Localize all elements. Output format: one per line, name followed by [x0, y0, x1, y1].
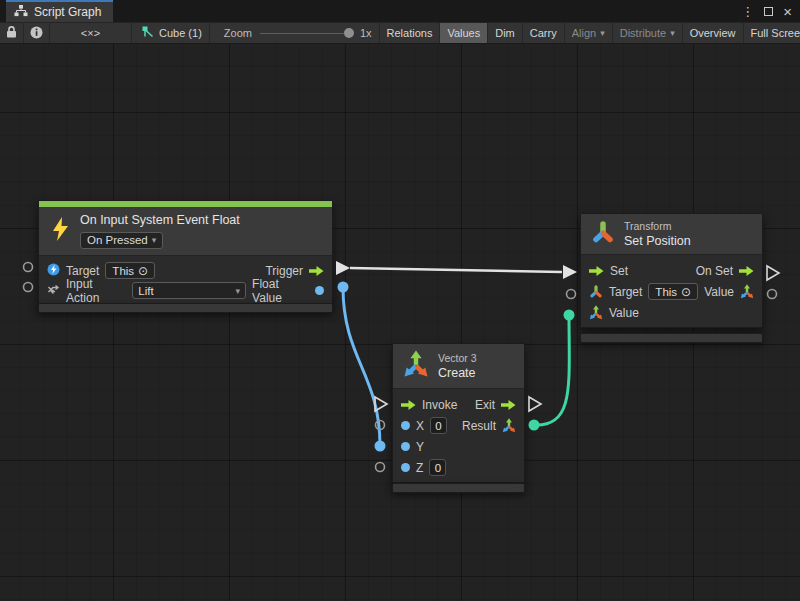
node-title: On Input System Event Float	[80, 213, 240, 227]
value-input-label: Value	[609, 306, 639, 320]
tab-title: Script Graph	[34, 5, 101, 19]
zoom-value: 1x	[360, 27, 372, 39]
node-header: On Input System Event Float On Pressed ▾	[39, 207, 332, 255]
x-value-field[interactable]: 0	[430, 417, 447, 434]
toolbar-button-overview[interactable]: Overview	[683, 23, 744, 43]
wire-floatvalue-to-y	[343, 287, 380, 446]
toolbar-button-fullscreen[interactable]: Full Screen	[744, 23, 800, 43]
value-output-port[interactable]	[768, 290, 777, 299]
invoke-input-port[interactable]	[375, 397, 387, 411]
x-port-dot	[401, 421, 410, 430]
graph-toolbar: <×> Cube (1) Zoom 1x Relations Values Di…	[0, 22, 800, 44]
chevron-down-icon: ▾	[670, 28, 675, 38]
vector3-icon	[502, 418, 516, 433]
value-output-label: Value	[704, 285, 734, 299]
y-input-port[interactable]	[375, 441, 386, 452]
zoom-control: Zoom 1x	[210, 23, 379, 43]
graph-owner-breadcrumb[interactable]: Cube (1)	[132, 23, 210, 43]
event-mode-dropdown[interactable]: On Pressed ▾	[80, 232, 163, 249]
target-input-port[interactable]	[24, 263, 33, 272]
lock-button[interactable]	[0, 23, 24, 43]
flow-arrow-icon	[309, 266, 324, 276]
node-title: Set Position	[624, 234, 691, 248]
x-port-label: X	[416, 419, 424, 433]
target-picker-icon: ⊙	[681, 285, 691, 299]
float-value-port-label: Float Value	[252, 277, 309, 305]
trigger-port-label: Trigger	[265, 264, 303, 278]
window-tab-bar: Script Graph ⋮ ×	[0, 0, 800, 22]
kebab-menu-icon[interactable]: ⋮	[741, 5, 754, 18]
exit-output-port[interactable]	[529, 397, 541, 411]
set-input-arrowhead	[563, 265, 577, 279]
x-input-port[interactable]	[376, 421, 385, 430]
vector3-icon	[589, 305, 603, 320]
toolbar-button-align[interactable]: Align▾	[565, 23, 613, 43]
on-set-output-port[interactable]	[767, 266, 779, 280]
node-on-input-system-event-float[interactable]: On Input System Event Float On Pressed ▾…	[38, 200, 333, 306]
vector3-icon	[740, 284, 754, 299]
node-type-label: Vector 3	[438, 352, 477, 364]
zoom-to-fit-icon: <×>	[81, 27, 100, 39]
invoke-port-label: Invoke	[422, 398, 457, 412]
z-value-field[interactable]: 0	[429, 459, 446, 476]
transform-icon	[589, 284, 603, 299]
float-value-output-port[interactable]	[338, 282, 349, 293]
lock-icon	[6, 26, 17, 40]
value-input-port[interactable]	[564, 310, 575, 321]
node-type-label: Transform	[624, 220, 691, 232]
wire-trigger-to-set	[350, 268, 562, 272]
zoom-slider[interactable]	[260, 33, 352, 34]
toolbar-button-relations[interactable]: Relations	[380, 23, 441, 43]
z-input-port[interactable]	[376, 463, 385, 472]
node-header: Transform Set Position	[581, 214, 762, 254]
z-port-dot	[401, 463, 410, 472]
flow-arrow-icon	[401, 400, 416, 410]
chevron-down-icon: ▾	[236, 286, 241, 296]
graph-canvas[interactable]: On Input System Event Float On Pressed ▾…	[0, 44, 800, 601]
node-footer-bar	[38, 303, 333, 313]
node-header: Vector 3 Create	[393, 344, 524, 388]
result-output-port[interactable]	[529, 420, 540, 431]
chevron-down-icon: ▾	[152, 235, 157, 245]
inputaction-input-port[interactable]	[24, 283, 33, 292]
node-footer-bar	[392, 483, 525, 493]
script-graph-icon	[14, 5, 28, 20]
target-port-label: Target	[609, 285, 642, 299]
graph-asset-icon	[142, 26, 155, 40]
vector3-icon	[403, 350, 429, 382]
node-set-position[interactable]: Transform Set Position Set On Set Target…	[580, 213, 763, 328]
chevron-down-icon: ▾	[600, 28, 605, 38]
z-port-label: Z	[416, 461, 423, 475]
target-port-label: Target	[66, 264, 99, 278]
lightning-bolt-icon	[49, 216, 71, 246]
target-picker-icon: ⊙	[138, 264, 148, 278]
zoom-to-fit-button[interactable]: <×>	[50, 23, 132, 43]
exit-port-label: Exit	[475, 398, 495, 412]
inspect-button[interactable]	[24, 23, 50, 43]
toolbar-button-values[interactable]: Values	[440, 23, 488, 43]
node-vector3-create[interactable]: Vector 3 Create Invoke Exit X 0 Result	[392, 343, 525, 483]
input-system-icon	[47, 263, 60, 279]
info-icon	[30, 26, 43, 41]
input-action-icon	[47, 283, 60, 299]
toolbar-button-dim[interactable]: Dim	[488, 23, 523, 43]
input-action-dropdown[interactable]: Lift ▾	[132, 282, 246, 299]
close-icon[interactable]: ×	[783, 4, 792, 19]
node-body: Invoke Exit X 0 Result Y	[393, 388, 524, 482]
target-input-port[interactable]	[567, 290, 576, 299]
maximize-icon[interactable]	[764, 7, 773, 16]
flow-arrow-icon	[501, 400, 516, 410]
target-this-chip[interactable]: This ⊙	[648, 283, 698, 300]
trigger-output-port[interactable]	[336, 261, 350, 275]
flow-arrow-icon	[739, 266, 754, 276]
zoom-slider-handle[interactable]	[344, 28, 354, 38]
toolbar-button-distribute[interactable]: Distribute▾	[613, 23, 683, 43]
node-title: Create	[438, 366, 477, 380]
y-port-label: Y	[416, 440, 424, 454]
y-port-dot	[401, 442, 410, 451]
zoom-label: Zoom	[224, 27, 252, 39]
input-action-port-label: Input Action	[66, 277, 126, 305]
tab-script-graph[interactable]: Script Graph	[6, 0, 113, 22]
flow-arrow-icon	[589, 266, 604, 276]
toolbar-button-carry[interactable]: Carry	[523, 23, 565, 43]
